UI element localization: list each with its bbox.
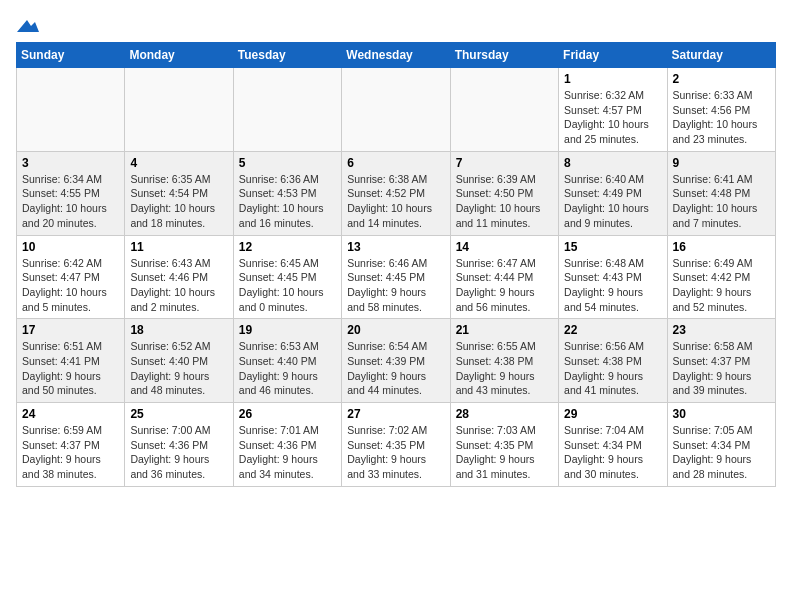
calendar-cell bbox=[342, 68, 450, 152]
weekday-header-thursday: Thursday bbox=[450, 43, 558, 68]
calendar: SundayMondayTuesdayWednesdayThursdayFrid… bbox=[16, 42, 776, 487]
weekday-header-sunday: Sunday bbox=[17, 43, 125, 68]
day-number: 14 bbox=[456, 240, 553, 254]
logo-bird-icon bbox=[17, 18, 39, 34]
day-info: Sunrise: 7:05 AM Sunset: 4:34 PM Dayligh… bbox=[673, 423, 770, 482]
day-number: 21 bbox=[456, 323, 553, 337]
day-number: 10 bbox=[22, 240, 119, 254]
calendar-cell: 2Sunrise: 6:33 AM Sunset: 4:56 PM Daylig… bbox=[667, 68, 775, 152]
day-info: Sunrise: 7:03 AM Sunset: 4:35 PM Dayligh… bbox=[456, 423, 553, 482]
weekday-header-friday: Friday bbox=[559, 43, 667, 68]
day-number: 30 bbox=[673, 407, 770, 421]
calendar-cell bbox=[17, 68, 125, 152]
day-info: Sunrise: 6:34 AM Sunset: 4:55 PM Dayligh… bbox=[22, 172, 119, 231]
calendar-cell: 6Sunrise: 6:38 AM Sunset: 4:52 PM Daylig… bbox=[342, 151, 450, 235]
day-info: Sunrise: 6:32 AM Sunset: 4:57 PM Dayligh… bbox=[564, 88, 661, 147]
day-number: 13 bbox=[347, 240, 444, 254]
calendar-cell: 7Sunrise: 6:39 AM Sunset: 4:50 PM Daylig… bbox=[450, 151, 558, 235]
day-number: 11 bbox=[130, 240, 227, 254]
day-info: Sunrise: 6:51 AM Sunset: 4:41 PM Dayligh… bbox=[22, 339, 119, 398]
day-number: 15 bbox=[564, 240, 661, 254]
day-number: 28 bbox=[456, 407, 553, 421]
day-number: 18 bbox=[130, 323, 227, 337]
day-info: Sunrise: 6:39 AM Sunset: 4:50 PM Dayligh… bbox=[456, 172, 553, 231]
day-info: Sunrise: 6:55 AM Sunset: 4:38 PM Dayligh… bbox=[456, 339, 553, 398]
day-number: 3 bbox=[22, 156, 119, 170]
calendar-cell: 9Sunrise: 6:41 AM Sunset: 4:48 PM Daylig… bbox=[667, 151, 775, 235]
day-info: Sunrise: 6:41 AM Sunset: 4:48 PM Dayligh… bbox=[673, 172, 770, 231]
calendar-cell: 18Sunrise: 6:52 AM Sunset: 4:40 PM Dayli… bbox=[125, 319, 233, 403]
calendar-cell: 16Sunrise: 6:49 AM Sunset: 4:42 PM Dayli… bbox=[667, 235, 775, 319]
day-number: 9 bbox=[673, 156, 770, 170]
day-info: Sunrise: 6:48 AM Sunset: 4:43 PM Dayligh… bbox=[564, 256, 661, 315]
day-number: 29 bbox=[564, 407, 661, 421]
calendar-cell: 25Sunrise: 7:00 AM Sunset: 4:36 PM Dayli… bbox=[125, 403, 233, 487]
day-info: Sunrise: 6:35 AM Sunset: 4:54 PM Dayligh… bbox=[130, 172, 227, 231]
calendar-cell: 29Sunrise: 7:04 AM Sunset: 4:34 PM Dayli… bbox=[559, 403, 667, 487]
calendar-week-1: 1Sunrise: 6:32 AM Sunset: 4:57 PM Daylig… bbox=[17, 68, 776, 152]
day-number: 2 bbox=[673, 72, 770, 86]
calendar-cell: 30Sunrise: 7:05 AM Sunset: 4:34 PM Dayli… bbox=[667, 403, 775, 487]
day-number: 4 bbox=[130, 156, 227, 170]
day-number: 26 bbox=[239, 407, 336, 421]
calendar-cell bbox=[450, 68, 558, 152]
svg-marker-0 bbox=[17, 20, 39, 32]
calendar-cell: 21Sunrise: 6:55 AM Sunset: 4:38 PM Dayli… bbox=[450, 319, 558, 403]
day-number: 24 bbox=[22, 407, 119, 421]
calendar-cell: 10Sunrise: 6:42 AM Sunset: 4:47 PM Dayli… bbox=[17, 235, 125, 319]
calendar-cell: 5Sunrise: 6:36 AM Sunset: 4:53 PM Daylig… bbox=[233, 151, 341, 235]
day-number: 20 bbox=[347, 323, 444, 337]
day-info: Sunrise: 6:52 AM Sunset: 4:40 PM Dayligh… bbox=[130, 339, 227, 398]
day-number: 27 bbox=[347, 407, 444, 421]
calendar-cell bbox=[233, 68, 341, 152]
calendar-cell: 3Sunrise: 6:34 AM Sunset: 4:55 PM Daylig… bbox=[17, 151, 125, 235]
calendar-cell: 1Sunrise: 6:32 AM Sunset: 4:57 PM Daylig… bbox=[559, 68, 667, 152]
calendar-cell: 28Sunrise: 7:03 AM Sunset: 4:35 PM Dayli… bbox=[450, 403, 558, 487]
day-info: Sunrise: 6:58 AM Sunset: 4:37 PM Dayligh… bbox=[673, 339, 770, 398]
calendar-header-row: SundayMondayTuesdayWednesdayThursdayFrid… bbox=[17, 43, 776, 68]
calendar-cell: 17Sunrise: 6:51 AM Sunset: 4:41 PM Dayli… bbox=[17, 319, 125, 403]
weekday-header-wednesday: Wednesday bbox=[342, 43, 450, 68]
day-number: 8 bbox=[564, 156, 661, 170]
calendar-cell: 14Sunrise: 6:47 AM Sunset: 4:44 PM Dayli… bbox=[450, 235, 558, 319]
calendar-cell: 13Sunrise: 6:46 AM Sunset: 4:45 PM Dayli… bbox=[342, 235, 450, 319]
calendar-cell: 8Sunrise: 6:40 AM Sunset: 4:49 PM Daylig… bbox=[559, 151, 667, 235]
day-info: Sunrise: 6:49 AM Sunset: 4:42 PM Dayligh… bbox=[673, 256, 770, 315]
day-info: Sunrise: 6:59 AM Sunset: 4:37 PM Dayligh… bbox=[22, 423, 119, 482]
calendar-cell: 15Sunrise: 6:48 AM Sunset: 4:43 PM Dayli… bbox=[559, 235, 667, 319]
day-number: 5 bbox=[239, 156, 336, 170]
day-info: Sunrise: 6:43 AM Sunset: 4:46 PM Dayligh… bbox=[130, 256, 227, 315]
logo bbox=[16, 16, 39, 30]
calendar-cell: 26Sunrise: 7:01 AM Sunset: 4:36 PM Dayli… bbox=[233, 403, 341, 487]
day-info: Sunrise: 6:33 AM Sunset: 4:56 PM Dayligh… bbox=[673, 88, 770, 147]
day-info: Sunrise: 7:01 AM Sunset: 4:36 PM Dayligh… bbox=[239, 423, 336, 482]
day-info: Sunrise: 7:04 AM Sunset: 4:34 PM Dayligh… bbox=[564, 423, 661, 482]
day-number: 25 bbox=[130, 407, 227, 421]
day-number: 22 bbox=[564, 323, 661, 337]
day-number: 6 bbox=[347, 156, 444, 170]
day-info: Sunrise: 6:42 AM Sunset: 4:47 PM Dayligh… bbox=[22, 256, 119, 315]
calendar-cell: 20Sunrise: 6:54 AM Sunset: 4:39 PM Dayli… bbox=[342, 319, 450, 403]
day-info: Sunrise: 6:56 AM Sunset: 4:38 PM Dayligh… bbox=[564, 339, 661, 398]
calendar-week-5: 24Sunrise: 6:59 AM Sunset: 4:37 PM Dayli… bbox=[17, 403, 776, 487]
day-number: 7 bbox=[456, 156, 553, 170]
calendar-week-4: 17Sunrise: 6:51 AM Sunset: 4:41 PM Dayli… bbox=[17, 319, 776, 403]
day-info: Sunrise: 6:36 AM Sunset: 4:53 PM Dayligh… bbox=[239, 172, 336, 231]
day-info: Sunrise: 6:53 AM Sunset: 4:40 PM Dayligh… bbox=[239, 339, 336, 398]
day-number: 16 bbox=[673, 240, 770, 254]
day-number: 19 bbox=[239, 323, 336, 337]
calendar-cell: 27Sunrise: 7:02 AM Sunset: 4:35 PM Dayli… bbox=[342, 403, 450, 487]
calendar-cell: 19Sunrise: 6:53 AM Sunset: 4:40 PM Dayli… bbox=[233, 319, 341, 403]
day-info: Sunrise: 6:40 AM Sunset: 4:49 PM Dayligh… bbox=[564, 172, 661, 231]
day-number: 12 bbox=[239, 240, 336, 254]
calendar-cell: 22Sunrise: 6:56 AM Sunset: 4:38 PM Dayli… bbox=[559, 319, 667, 403]
day-info: Sunrise: 6:46 AM Sunset: 4:45 PM Dayligh… bbox=[347, 256, 444, 315]
calendar-week-2: 3Sunrise: 6:34 AM Sunset: 4:55 PM Daylig… bbox=[17, 151, 776, 235]
day-info: Sunrise: 7:02 AM Sunset: 4:35 PM Dayligh… bbox=[347, 423, 444, 482]
day-info: Sunrise: 6:45 AM Sunset: 4:45 PM Dayligh… bbox=[239, 256, 336, 315]
day-number: 17 bbox=[22, 323, 119, 337]
day-info: Sunrise: 6:38 AM Sunset: 4:52 PM Dayligh… bbox=[347, 172, 444, 231]
day-number: 1 bbox=[564, 72, 661, 86]
calendar-cell: 12Sunrise: 6:45 AM Sunset: 4:45 PM Dayli… bbox=[233, 235, 341, 319]
calendar-cell: 11Sunrise: 6:43 AM Sunset: 4:46 PM Dayli… bbox=[125, 235, 233, 319]
